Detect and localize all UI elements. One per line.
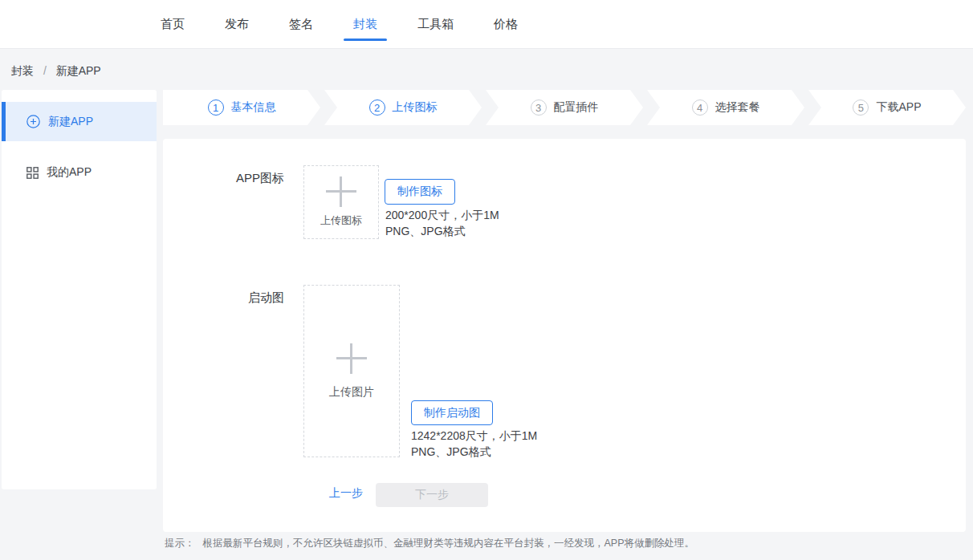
step-label: 上传图标 [393,100,438,115]
prev-step-link[interactable]: 上一步 [329,486,363,501]
step-label: 选择套餐 [715,100,760,115]
footer-notice: 提示：根据最新平台规则，不允许区块链虚拟币、金融理财类等违规内容在平台封装，一经… [165,537,694,550]
hint-line: 1242*2208尺寸，小于1M [411,428,537,444]
app-icon-label: APP图标 [163,171,284,186]
nav-item-home[interactable]: 首页 [161,0,185,48]
breadcrumb-section[interactable]: 封装 [11,64,34,77]
step-wizard: 1 基本信息 2 上传图标 3 配置插件 4 选择套餐 5 下载APP [163,90,966,125]
step-number-badge: 3 [531,99,547,116]
hint-line: PNG、JPG格式 [411,444,537,460]
plus-icon [326,177,356,207]
sidebar-item-label: 新建APP [48,115,93,129]
nav-item-package[interactable]: 封装 [353,0,377,48]
make-icon-button[interactable]: 制作图标 [385,179,455,205]
make-launch-image-button[interactable]: 制作启动图 [411,400,493,425]
plus-circle-icon [26,115,40,128]
step-number-badge: 4 [692,99,708,116]
plus-icon [336,343,367,374]
breadcrumb-separator: / [43,64,47,77]
nav-item-price[interactable]: 价格 [494,0,518,48]
nav-item-publish[interactable]: 发布 [225,0,249,48]
footer-notice-prefix: 提示： [165,538,195,549]
sidebar-item-new-app[interactable]: 新建APP [2,102,157,141]
step-number-badge: 1 [208,99,224,116]
wizard-step-upload-icon: 2 上传图标 [324,90,482,125]
sidebar-item-label: 我的APP [47,165,92,180]
upload-box-text: 上传图片 [329,385,374,400]
sidebar-item-my-app[interactable]: 我的APP [2,160,157,185]
wizard-step-download-app: 5 下载APP [808,90,966,125]
hint-line: PNG、JPG格式 [385,223,499,239]
hint-line: 200*200尺寸，小于1M [385,207,499,223]
grid-icon [26,167,39,179]
launch-image-label: 启动图 [163,290,284,306]
step-number-badge: 2 [369,99,385,116]
step-label: 基本信息 [231,100,276,115]
main-nav: 首页 发布 签名 封装 工具箱 价格 [0,0,973,48]
wizard-step-basic-info: 1 基本信息 [163,90,320,125]
breadcrumb: 封装 / 新建APP [11,64,101,79]
sidebar: 新建APP 我的APP [2,90,157,489]
launch-image-upload-box[interactable]: 上传图片 [303,285,400,457]
wizard-step-configure-plugins: 3 配置插件 [486,90,643,125]
step-label: 配置插件 [554,100,599,115]
launch-image-hint: 1242*2208尺寸，小于1M PNG、JPG格式 [411,428,537,460]
next-step-button[interactable]: 下一步 [376,483,488,507]
top-header: 首页 发布 签名 封装 工具箱 价格 [0,0,973,49]
upload-box-text: 上传图标 [320,213,362,228]
wizard-step-select-plan: 4 选择套餐 [647,90,804,125]
app-icon-upload-box[interactable]: 上传图标 [303,165,379,239]
app-icon-hint: 200*200尺寸，小于1M PNG、JPG格式 [385,207,499,239]
breadcrumb-current: 新建APP [56,64,101,77]
main-panel: APP图标 上传图标 制作图标 200*200尺寸，小于1M PNG、JPG格式… [163,139,966,532]
footer-notice-text: 根据最新平台规则，不允许区块链虚拟币、金融理财类等违规内容在平台封装，一经发现，… [203,538,695,549]
nav-item-sign[interactable]: 签名 [289,0,313,48]
step-label: 下载APP [876,100,921,115]
nav-item-toolbox[interactable]: 工具箱 [417,0,454,48]
step-number-badge: 5 [853,99,869,116]
